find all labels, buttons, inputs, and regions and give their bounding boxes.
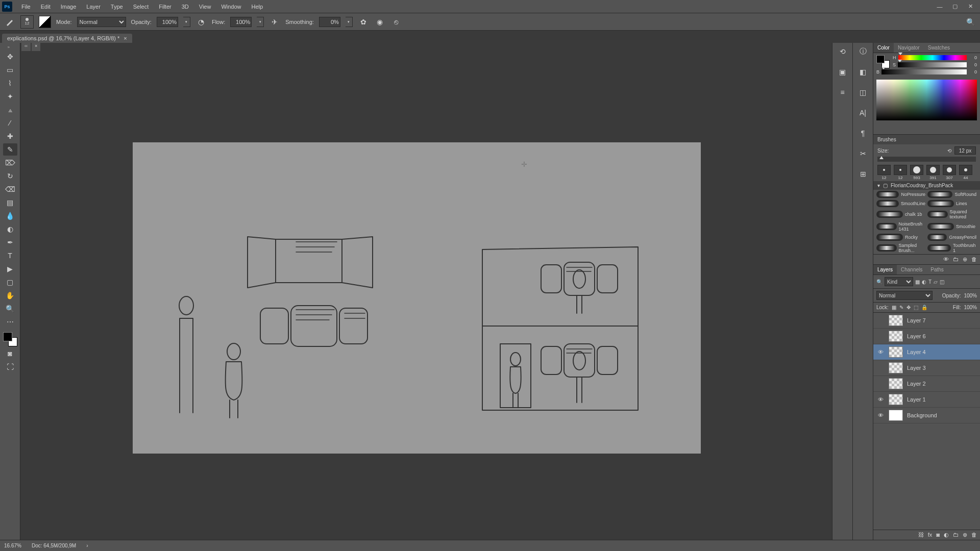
- styles-panel-icon[interactable]: ◫: [856, 86, 870, 99]
- menu-view[interactable]: View: [194, 2, 216, 12]
- path-selection-tool[interactable]: ▶: [3, 263, 17, 275]
- type-tool[interactable]: T: [3, 249, 17, 262]
- brush-item[interactable]: chalk 1b: [876, 209, 925, 219]
- menu-file[interactable]: File: [16, 2, 36, 12]
- visibility-toggle[interactable]: 👁: [876, 349, 885, 355]
- pressure-size-icon[interactable]: ◉: [374, 16, 385, 28]
- delete-layer-icon[interactable]: 🗑: [971, 532, 977, 538]
- layer-thumbnail[interactable]: [889, 362, 903, 373]
- lock-all-icon[interactable]: 🔒: [921, 305, 927, 310]
- fill-value[interactable]: 100%: [964, 305, 977, 310]
- flow-input[interactable]: [230, 17, 252, 27]
- lock-artboard-icon[interactable]: ⬚: [914, 305, 918, 310]
- eraser-tool[interactable]: ⌫: [3, 183, 17, 195]
- adjustments-panel-icon[interactable]: ◧: [856, 65, 870, 79]
- info-panel-icon[interactable]: ⓘ: [856, 45, 870, 58]
- hand-tool[interactable]: ✋: [3, 289, 17, 302]
- color-slider-h[interactable]: [898, 55, 967, 60]
- tool-presets-icon[interactable]: ✂: [856, 147, 870, 160]
- symmetry-icon[interactable]: ⎋: [390, 16, 402, 28]
- healing-brush-tool[interactable]: ✚: [3, 130, 17, 142]
- new-brush-icon[interactable]: ⊕: [963, 256, 967, 263]
- rectangle-tool[interactable]: ▢: [3, 276, 17, 288]
- new-brush-group-icon[interactable]: 🗀: [953, 256, 959, 263]
- layer-thumbnail[interactable]: [889, 410, 903, 421]
- layer-row[interactable]: 👁 Layer 1: [873, 392, 980, 408]
- filter-pixel-icon[interactable]: ▦: [915, 279, 920, 285]
- brush-thumb[interactable]: 391: [925, 165, 941, 180]
- opacity-input[interactable]: [157, 17, 178, 27]
- dodge-tool[interactable]: ◐: [3, 223, 17, 235]
- canvas[interactable]: [133, 142, 701, 454]
- ruler-close[interactable]: ×: [32, 43, 40, 51]
- menu-filter[interactable]: Filter: [154, 2, 176, 12]
- menu-help[interactable]: Help: [247, 2, 268, 12]
- color-slider-s[interactable]: [898, 62, 967, 67]
- menu-window[interactable]: Window: [216, 2, 246, 12]
- gradient-tool[interactable]: ▤: [3, 196, 17, 209]
- window-close-button[interactable]: ✕: [963, 1, 978, 12]
- adjustment-layer-icon[interactable]: ◐: [944, 532, 949, 538]
- blend-mode-select[interactable]: Normal: [77, 17, 126, 27]
- history-panel-icon[interactable]: ⟲: [836, 45, 849, 58]
- menu-3d[interactable]: 3D: [177, 2, 194, 12]
- smoothing-input[interactable]: [319, 17, 340, 27]
- lasso-tool[interactable]: ⌇: [3, 77, 17, 89]
- character-panel-icon[interactable]: A|: [856, 106, 870, 119]
- brush-thumb[interactable]: 307: [942, 165, 957, 180]
- pen-tool[interactable]: ✒: [3, 236, 17, 248]
- color-slider-b[interactable]: [881, 69, 967, 74]
- brush-item[interactable]: Smoothie: [927, 221, 976, 232]
- flow-dropdown[interactable]: ▾: [257, 17, 264, 27]
- lock-transparency-icon[interactable]: ▦: [892, 305, 896, 310]
- lock-position-icon[interactable]: ✥: [906, 305, 911, 310]
- delete-brush-icon[interactable]: 🗑: [971, 256, 977, 263]
- eyedropper-tool[interactable]: ⁄: [3, 117, 17, 129]
- layer-row[interactable]: Layer 3: [873, 360, 980, 376]
- smoothing-options-icon[interactable]: ✿: [358, 16, 369, 28]
- brush-item[interactable]: Lines: [927, 200, 976, 207]
- brush-panel-toggle[interactable]: [39, 16, 51, 28]
- window-minimize-button[interactable]: —: [932, 2, 947, 12]
- layer-style-icon[interactable]: fx: [928, 532, 933, 538]
- properties-panel-icon[interactable]: ≡: [836, 86, 849, 99]
- layer-row[interactable]: Layer 2: [873, 376, 980, 392]
- ruler-tab[interactable]: ‹‹: [21, 43, 31, 51]
- edit-toolbar[interactable]: ⋯: [3, 316, 17, 328]
- filter-type-icon[interactable]: T: [928, 279, 932, 285]
- layer-mask-icon[interactable]: ◙: [936, 532, 940, 538]
- toolbar-collapse-icon[interactable]: »: [8, 45, 13, 49]
- tab-color[interactable]: Color: [873, 43, 894, 53]
- magic-wand-tool[interactable]: ✦: [3, 90, 17, 103]
- pressure-opacity-icon[interactable]: ◔: [195, 16, 207, 28]
- new-group-icon[interactable]: 🗀: [953, 532, 959, 538]
- lock-image-icon[interactable]: ✎: [899, 305, 903, 310]
- search-icon[interactable]: 🔍: [965, 16, 976, 28]
- brush-item[interactable]: NoiseBrush 1431: [876, 221, 925, 232]
- menu-image[interactable]: Image: [56, 2, 82, 12]
- window-maximize-button[interactable]: ▢: [947, 1, 963, 12]
- filter-smart-icon[interactable]: ◫: [940, 279, 944, 285]
- brush-tool[interactable]: ✎: [3, 143, 17, 156]
- brush-item[interactable]: Sampled Brush...: [876, 243, 925, 253]
- visibility-toggle[interactable]: 👁: [876, 412, 885, 418]
- menu-edit[interactable]: Edit: [36, 2, 56, 12]
- brush-thumb[interactable]: 12: [893, 165, 908, 180]
- brush-size-slider[interactable]: [877, 157, 976, 162]
- reset-size-icon[interactable]: ⟲: [947, 148, 951, 154]
- brush-item[interactable]: GreasyPencil: [927, 234, 976, 241]
- blur-tool[interactable]: 💧: [3, 210, 17, 222]
- layer-opacity-value[interactable]: 100%: [964, 293, 977, 298]
- blend-mode-select[interactable]: Normal: [876, 291, 933, 300]
- layer-thumbnail[interactable]: [889, 394, 903, 405]
- brush-thumb[interactable]: 12: [876, 165, 892, 180]
- doc-size[interactable]: Doc: 64,5M/200,9M: [32, 543, 76, 548]
- zoom-tool[interactable]: 🔍: [3, 303, 17, 315]
- menu-type[interactable]: Type: [106, 2, 128, 12]
- tab-paths[interactable]: Paths: [926, 265, 948, 274]
- brush-item[interactable]: Rocky: [876, 234, 925, 241]
- document-tab[interactable]: explications.psd @ 16,7% (Layer 4, RGB/8…: [2, 34, 132, 43]
- layer-filter-icon[interactable]: 🔍: [876, 279, 883, 285]
- history-brush-tool[interactable]: ↻: [3, 170, 17, 182]
- brush-size-input[interactable]: [954, 146, 976, 155]
